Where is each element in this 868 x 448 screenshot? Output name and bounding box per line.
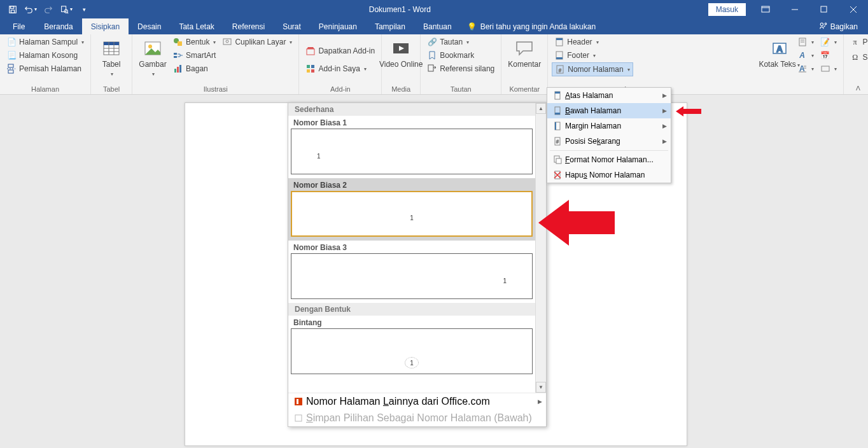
svg-rect-32 xyxy=(223,39,231,45)
menu-current-position[interactable]: #Posisi Sekarang▶ xyxy=(547,134,671,149)
page-break-button[interactable]: Pemisah Halaman xyxy=(4,62,87,75)
title-bar: ▾ ▾ ▾ Dokumen1 - Word Masuk xyxy=(0,0,868,18)
table-button[interactable]: Tabel▾ xyxy=(95,36,128,84)
addins-icon xyxy=(305,64,316,74)
link-button[interactable]: 🔗Tautan▾ xyxy=(424,36,497,48)
chart-button[interactable]: Bagan xyxy=(171,62,218,75)
object-button[interactable]: ▾ xyxy=(818,62,839,75)
tell-me-search[interactable]: 💡 Beri tahu yang ingin Anda lakukan xyxy=(467,18,596,34)
svg-rect-18 xyxy=(104,42,119,45)
table-icon xyxy=(101,38,122,59)
cross-reference-button[interactable]: Referensi silang xyxy=(424,62,497,75)
tab-bantuan[interactable]: Bantuan xyxy=(414,18,461,34)
tab-peninjauan[interactable]: Peninjauan xyxy=(310,18,366,34)
signature-line-button[interactable]: 📝▾ xyxy=(818,36,839,48)
group-label: Add-in xyxy=(303,84,377,94)
pictures-button[interactable]: Gambar▾ xyxy=(136,36,169,84)
wordart-button[interactable]: A▾ xyxy=(795,49,816,62)
customize-qat-icon[interactable]: ▾ xyxy=(76,2,92,17)
share-button[interactable]: Bagikan xyxy=(809,18,868,34)
screenshot-icon xyxy=(222,37,232,47)
maximize-icon[interactable] xyxy=(809,0,839,18)
blank-page-button[interactable]: 📃Halaman Kosong xyxy=(4,49,87,62)
remove-icon xyxy=(550,170,565,180)
wordart-icon: A xyxy=(797,50,808,60)
bookmark-icon xyxy=(427,50,437,60)
screenshot-button[interactable]: Cuplikan Layar▾ xyxy=(220,36,295,48)
cover-page-button[interactable]: 📄Halaman Sampul▾ xyxy=(4,36,87,48)
svg-marker-74 xyxy=(676,106,701,116)
scroll-down-icon[interactable]: ▼ xyxy=(536,382,546,393)
svg-rect-43 xyxy=(556,38,563,40)
shapes-button[interactable]: Bentuk▾ xyxy=(171,36,218,48)
header-button[interactable]: Header▾ xyxy=(552,36,633,48)
comment-button[interactable]: Komentar xyxy=(505,36,543,84)
svg-rect-67 xyxy=(556,158,561,164)
equation-button[interactable]: πPersamaan▾ xyxy=(848,36,868,48)
blank-page-icon: 📃 xyxy=(6,50,17,60)
gallery-item-plain-2[interactable]: Nomor Biasa 2 1 xyxy=(288,178,535,241)
ribbon-display-icon[interactable] xyxy=(751,0,780,18)
drop-cap-button[interactable]: A▾ xyxy=(795,62,816,75)
menu-page-margins[interactable]: Margin Halaman▶ xyxy=(547,118,671,134)
svg-text:A: A xyxy=(776,44,783,54)
svg-rect-45 xyxy=(556,57,563,59)
symbol-button[interactable]: ΩSimbol▾ xyxy=(848,51,868,64)
page-icon: 📄 xyxy=(6,37,17,47)
get-addins-button[interactable]: Dapatkan Add-in xyxy=(303,45,377,57)
footer-button[interactable]: Footer▾ xyxy=(552,49,633,62)
print-preview-icon[interactable]: ▾ xyxy=(59,2,74,17)
smartart-button[interactable]: SmartArt xyxy=(171,49,218,62)
menu-bottom-of-page[interactable]: Bawah Halaman▶ xyxy=(547,103,671,118)
menu-top-of-page[interactable]: Atas Halaman▶ xyxy=(547,88,671,103)
svg-text:#: # xyxy=(559,68,561,73)
tab-surat[interactable]: Surat xyxy=(274,18,310,34)
gallery-more-office[interactable]: Nomor Halaman Lainnya dari Office.com▶ xyxy=(288,393,546,410)
gallery-item-plain-1[interactable]: Nomor Biasa 1 1 xyxy=(288,116,535,178)
svg-rect-30 xyxy=(177,67,179,73)
group-halaman: 📄Halaman Sampul▾ 📃Halaman Kosong Pemisah… xyxy=(0,34,91,94)
menu-remove-page-numbers[interactable]: Hapus Nomor Halaman xyxy=(547,167,671,183)
shapes-icon xyxy=(173,37,183,47)
menu-format-page-numbers[interactable]: Format Nomor Halaman... xyxy=(547,152,671,167)
save-icon[interactable] xyxy=(5,2,20,17)
quick-parts-button[interactable]: ▾ xyxy=(795,36,816,48)
svg-rect-37 xyxy=(307,69,310,73)
tab-beranda[interactable]: Beranda xyxy=(35,18,81,34)
date-time-button[interactable]: 📅 xyxy=(818,49,839,62)
tab-tata-letak[interactable]: Tata Letak xyxy=(170,18,223,34)
ribbon: 📄Halaman Sampul▾ 📃Halaman Kosong Pemisah… xyxy=(0,34,868,95)
tab-referensi[interactable]: Referensi xyxy=(223,18,274,34)
redo-icon[interactable] xyxy=(41,2,56,17)
tab-desain[interactable]: Desain xyxy=(129,18,170,34)
undo-icon[interactable]: ▾ xyxy=(23,2,38,17)
gallery-item-plain-3[interactable]: Nomor Biasa 3 1 xyxy=(288,241,535,303)
lightbulb-icon: 💡 xyxy=(467,22,477,31)
group-label: Halaman xyxy=(4,84,87,94)
gallery-save-selection: Simpan Pilihan Sebagai Nomor Halaman (Ba… xyxy=(288,410,546,426)
tab-tampilan[interactable]: Tampilan xyxy=(366,18,414,34)
svg-point-24 xyxy=(148,45,152,48)
online-video-button[interactable]: Video Online xyxy=(386,36,416,84)
comment-icon xyxy=(514,38,535,59)
collapse-ribbon-icon[interactable]: ᐱ xyxy=(856,85,860,92)
close-icon[interactable] xyxy=(839,0,868,18)
group-tabel: Tabel▾ Tabel xyxy=(91,34,132,94)
scroll-up-icon[interactable]: ▲ xyxy=(536,103,546,114)
bookmark-button[interactable]: Bookmark xyxy=(424,49,497,62)
text-box-button[interactable]: A Kotak Teks▾ xyxy=(766,36,794,94)
minimize-icon[interactable] xyxy=(780,0,809,18)
quick-access-toolbar: ▾ ▾ ▾ xyxy=(0,2,92,17)
page-break-icon xyxy=(6,64,17,74)
gallery-item-star[interactable]: Bintang 1 xyxy=(288,316,535,378)
tab-sisipkan[interactable]: Sisipkan xyxy=(82,18,129,34)
tab-file[interactable]: File xyxy=(3,18,35,34)
sign-in-button[interactable]: Masuk xyxy=(708,3,746,16)
page-number-button[interactable]: #Nomor Halaman▾ xyxy=(552,62,633,76)
quickparts-icon xyxy=(797,37,808,47)
footer-icon xyxy=(554,50,564,60)
my-addins-button[interactable]: Add-in Saya▾ xyxy=(303,62,377,75)
group-label: Tautan xyxy=(424,84,497,94)
svg-marker-75 xyxy=(538,200,615,246)
gallery-header-simple: Sederhana xyxy=(288,103,535,116)
